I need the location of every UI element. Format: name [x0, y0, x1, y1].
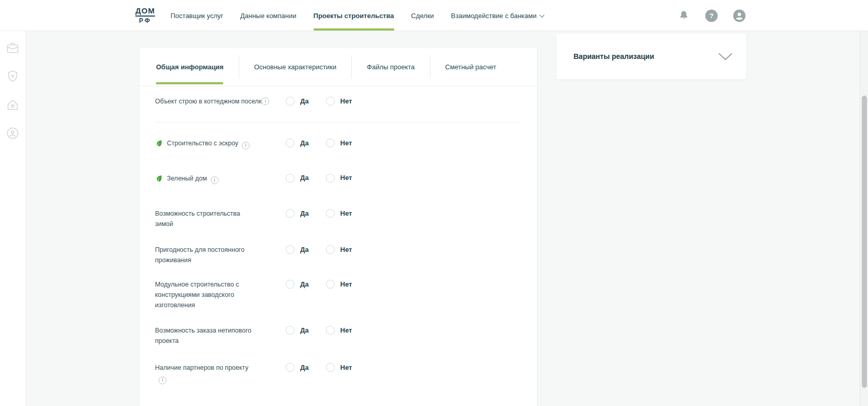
nav-item-label: Поставщик услуг [171, 12, 223, 20]
scrollbar-thumb[interactable] [862, 96, 867, 388]
radio-yes[interactable] [286, 209, 295, 218]
radio-no-label: Нет [340, 97, 352, 105]
radio-no[interactable] [326, 97, 335, 106]
radio-yes[interactable] [286, 280, 295, 289]
question-rows: Объект строю в коттеджном поселке i Да Н… [140, 96, 537, 406]
tab-label: Основные характеристики [254, 63, 336, 71]
question-row: Строительство с эскроуi Да Нет [155, 138, 521, 149]
question-label: Зеленый домi [155, 173, 274, 185]
question-label: Возможность заказа нетипового проекта [155, 325, 258, 346]
form-tabs: Общая информация Основные характеристики… [140, 48, 537, 86]
form-tab[interactable]: Сметный расчет [430, 55, 512, 79]
radio-yes[interactable] [286, 97, 295, 106]
yes-no-radio-group: Да Нет [286, 173, 352, 183]
radio-no-label: Нет [340, 246, 352, 253]
house-heart-icon[interactable] [5, 97, 21, 112]
question-row: Пригодность для постоянного проживания Д… [155, 245, 521, 265]
person-circle-icon[interactable] [5, 125, 21, 141]
radio-no-label: Нет [340, 326, 352, 334]
radio-yes[interactable] [286, 174, 295, 183]
radio-yes-label: Да [300, 280, 309, 288]
green-leaf-icon [156, 140, 163, 147]
notification-bell-icon[interactable] [677, 9, 690, 22]
briefcase-icon[interactable] [5, 40, 21, 55]
radio-no[interactable] [326, 139, 335, 147]
help-icon[interactable]: ? [705, 9, 718, 22]
domrf-logo[interactable]: ДОМ РФ [132, 5, 159, 26]
radio-no-label: Нет [340, 280, 352, 288]
radio-no[interactable] [326, 326, 335, 335]
radio-yes-label: Да [300, 209, 309, 217]
info-icon[interactable]: i [159, 377, 166, 384]
chevron-down-icon [539, 14, 545, 18]
radio-no-label: Нет [340, 174, 352, 182]
radio-no-label: Нет [340, 139, 352, 147]
yes-no-radio-group: Да Нет [286, 363, 352, 372]
question-label: Строительство с эскроуi [155, 138, 274, 149]
yes-no-radio-group: Да Нет [286, 279, 352, 289]
radio-yes-label: Да [300, 364, 309, 371]
yes-no-radio-group: Да Нет [286, 245, 352, 254]
tab-label: Общая информация [156, 63, 224, 71]
nav-item[interactable]: Взаимодействие с банками [451, 0, 545, 31]
logo-text-bottom: РФ [139, 17, 151, 24]
radio-yes[interactable] [286, 326, 295, 335]
radio-yes[interactable] [286, 363, 295, 372]
radio-no[interactable] [326, 363, 335, 372]
header-actions: ? [677, 0, 746, 31]
radio-yes-label: Да [300, 139, 309, 147]
nav-item-label: Проекты строительства [314, 12, 394, 20]
tab-label: Сметный расчет [445, 63, 497, 71]
question-row: Наличие партнеров по проектуi Да Нет [155, 363, 521, 406]
radio-no-label: Нет [340, 209, 352, 217]
radio-no[interactable] [326, 245, 335, 254]
question-row: Объект строю в коттеджном поселке i Да Н… [155, 96, 521, 123]
info-icon[interactable]: i [261, 97, 269, 105]
question-label: Наличие партнеров по проектуi [155, 363, 258, 384]
radio-no[interactable] [326, 209, 335, 218]
yes-no-radio-group: Да Нет [286, 96, 352, 106]
chevron-down-icon[interactable] [718, 53, 733, 61]
main-nav: Поставщик услуг Данные компании Проекты … [171, 0, 545, 31]
form-tab[interactable]: Файлы проекта [352, 55, 430, 79]
radio-no-label: Нет [340, 364, 352, 371]
shield-icon[interactable] [5, 68, 21, 84]
panel-title: Варианты реализации [574, 52, 654, 61]
question-row: Возможность строительства зимой Да Нет [155, 208, 521, 229]
green-leaf-icon [156, 175, 163, 182]
form-tab[interactable]: Общая информация [140, 55, 239, 79]
radio-no[interactable] [326, 174, 335, 183]
radio-yes-label: Да [300, 326, 309, 334]
question-row: Зеленый домi Да Нет [155, 173, 521, 185]
yes-no-radio-group: Да Нет [286, 325, 352, 335]
nav-item-label: Взаимодействие с банками [451, 12, 537, 20]
nav-item[interactable]: Данные компании [240, 0, 297, 31]
nav-item-label: Данные компании [240, 12, 297, 20]
yes-no-radio-group: Да Нет [286, 208, 352, 218]
form-tab[interactable]: Основные характеристики [239, 55, 352, 79]
nav-item[interactable]: Поставщик услуг [171, 0, 223, 31]
radio-no[interactable] [326, 280, 335, 289]
implementation-options-panel[interactable]: Варианты реализации [556, 34, 746, 79]
logo-text-top: ДОМ [135, 7, 155, 17]
question-label: Пригодность для постоянного проживания [155, 245, 258, 265]
nav-item[interactable]: Сделки [411, 0, 434, 31]
question-label: Возможность строительства зимой [155, 208, 258, 229]
tab-label: Файлы проекта [367, 63, 415, 71]
radio-yes[interactable] [286, 139, 295, 147]
user-avatar-icon[interactable] [733, 9, 746, 22]
top-header: ДОМ РФ Поставщик услуг Данные компании П… [0, 0, 868, 31]
info-icon[interactable]: i [242, 142, 250, 149]
project-form-card: Общая информация Основные характеристики… [140, 48, 537, 406]
question-label: Объект строю в коттеджном поселке [155, 96, 274, 107]
vertical-scrollbar [860, 0, 868, 406]
question-label: Модульное строительство с конструкциями … [155, 279, 258, 310]
radio-yes[interactable] [286, 245, 295, 254]
radio-yes-label: Да [300, 246, 309, 253]
nav-item[interactable]: Проекты строительства [314, 0, 394, 31]
yes-no-radio-group: Да Нет [286, 138, 352, 147]
info-icon[interactable]: i [211, 176, 219, 184]
question-row: Модульное строительство с конструкциями … [155, 279, 521, 310]
nav-item-label: Сделки [411, 12, 434, 20]
svg-text:?: ? [709, 12, 714, 20]
